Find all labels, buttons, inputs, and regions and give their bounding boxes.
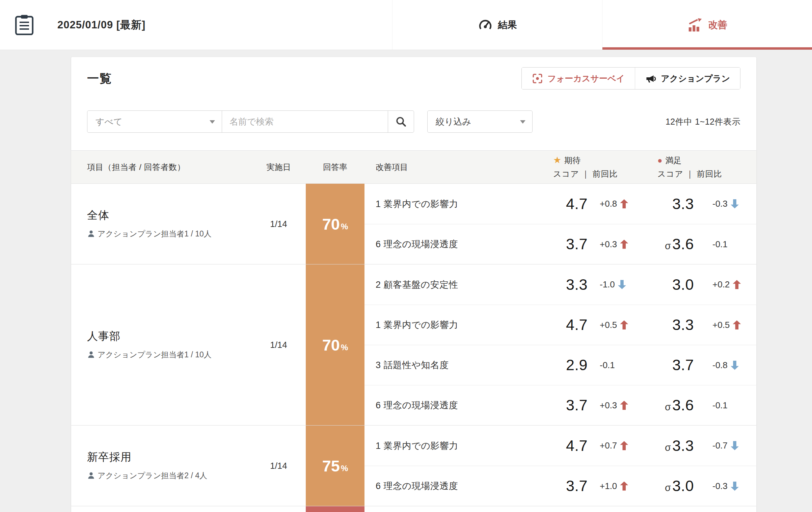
trend-arrow-icon xyxy=(620,482,628,491)
survey-name: 新卒採用 xyxy=(87,450,214,465)
expect-score: 4.7 xyxy=(527,316,593,334)
improvement-item-label: 6 理念の現場浸透度 xyxy=(364,399,527,411)
survey-item-cell[interactable]: 人事部 アクションプラン担当者1 / 10人 xyxy=(71,264,251,425)
column-improvement: 改善項目 xyxy=(364,162,527,173)
satisfy-diff: -0.1 xyxy=(699,400,756,411)
person-icon xyxy=(87,230,95,238)
expect-score: 3.7 xyxy=(527,396,593,414)
trend-arrow-icon xyxy=(733,321,741,330)
expect-score: 3.7 xyxy=(527,477,593,495)
response-rate-cell: 70% xyxy=(306,264,364,425)
caret-down-icon xyxy=(520,120,525,124)
survey-owner-label: アクションプラン担当者1 / 10人 xyxy=(98,350,212,359)
survey-owner: アクションプラン担当者2 / 4人 xyxy=(87,470,214,481)
person-icon xyxy=(87,471,95,480)
focus-icon xyxy=(532,73,543,84)
dot-icon: ● xyxy=(657,156,662,164)
sigma-flag: σ xyxy=(665,240,671,252)
expect-score: 3.3 xyxy=(527,276,593,293)
tab-improvement-label: 改善 xyxy=(708,19,727,31)
tab-improvement[interactable]: 改善 xyxy=(602,0,812,50)
satisfy-diff: -0.3 xyxy=(699,481,756,491)
person-icon xyxy=(87,351,95,359)
expect-diff: +0.3 xyxy=(593,400,642,411)
improvement-item-label: 1 業界内での影響力 xyxy=(364,198,527,210)
satisfy-score: 3.0 xyxy=(642,276,699,293)
category-select[interactable]: すべて xyxy=(87,110,222,133)
sigma-flag: σ xyxy=(665,402,671,413)
satisfy-sub-label: スコア ｜ 前回比 xyxy=(657,169,756,179)
column-rate: 回答率 xyxy=(306,162,364,173)
survey-item-cell[interactable]: 全体 アクションプラン担当者1 / 10人 xyxy=(71,184,251,264)
survey-row-group-partial xyxy=(71,506,756,512)
survey-date-label: 2025/01/09 [最新] xyxy=(57,18,145,32)
trend-arrow-icon xyxy=(731,361,739,370)
gauge-icon xyxy=(478,18,493,32)
satisfy-score: 3.3 xyxy=(642,195,699,213)
app-logo xyxy=(15,15,34,35)
trend-arrow-icon xyxy=(618,280,626,289)
improvement-row[interactable]: 6 理念の現場浸透度 3.7 +0.3 σ3.6 -0.1 xyxy=(364,385,756,425)
survey-row-group: 人事部 アクションプラン担当者1 / 10人 1/14 70% 2 顧客基盤の安… xyxy=(71,264,756,425)
narrow-select-value: 絞り込み xyxy=(436,116,471,128)
survey-name: 全体 xyxy=(87,208,214,223)
top-header: 2025/01/09 [最新] 結果 改善 xyxy=(0,0,812,50)
response-rate-cell: 75% xyxy=(306,426,364,506)
focus-survey-button[interactable]: フォーカスサーベイ xyxy=(522,68,635,89)
survey-owner-label: アクションプラン担当者2 / 4人 xyxy=(98,471,207,480)
trend-arrow-icon xyxy=(731,441,739,450)
expect-score: 4.7 xyxy=(527,195,593,213)
improvement-row[interactable]: 3 話題性や知名度 2.9 -0.1 3.7 -0.8 xyxy=(364,345,756,385)
survey-owner: アクションプラン担当者1 / 10人 xyxy=(87,228,214,239)
satisfy-score: σ3.3 xyxy=(642,437,699,455)
expect-diff: +0.8 xyxy=(593,199,642,209)
expect-score: 4.7 xyxy=(527,437,593,455)
expect-diff: -1.0 xyxy=(593,279,642,290)
improvement-row[interactable]: 1 業界内での影響力 4.7 +0.8 3.3 -0.3 xyxy=(364,184,756,224)
improvement-row[interactable]: 1 業界内での影響力 4.7 +0.7 σ3.3 -0.7 xyxy=(364,426,756,466)
expect-diff: +0.3 xyxy=(593,239,642,250)
response-rate-value: 70 xyxy=(322,215,340,233)
improvement-item-label: 2 顧客基盤の安定性 xyxy=(364,279,527,291)
sigma-flag: σ xyxy=(665,482,671,493)
improvement-item-label: 1 業界内での影響力 xyxy=(364,440,527,452)
search-button[interactable] xyxy=(388,110,414,133)
survey-owner: アクションプラン担当者1 / 10人 xyxy=(87,349,214,360)
survey-row-group: 全体 アクションプラン担当者1 / 10人 1/14 70% 1 業界内での影響… xyxy=(71,184,756,264)
improvement-row[interactable]: 2 顧客基盤の安定性 3.3 -1.0 3.0 +0.2 xyxy=(364,264,756,305)
survey-item-cell[interactable]: 新卒採用 アクションプラン担当者2 / 4人 xyxy=(71,426,251,506)
megaphone-icon xyxy=(645,73,656,84)
improvement-item-label: 6 理念の現場浸透度 xyxy=(364,480,527,492)
filter-row: すべて 絞り込み 12件中 1~12件表示 xyxy=(71,110,756,133)
table-header: 項目（担当者 / 回答者数） 実施日 回答率 改善項目 ★ 期待 スコア ｜ 前… xyxy=(71,150,756,184)
improvement-rows: 2 顧客基盤の安定性 3.3 -1.0 3.0 +0.2 1 業界内での影響力 … xyxy=(364,264,756,425)
tab-results[interactable]: 結果 xyxy=(392,0,602,50)
satisfy-diff: -0.3 xyxy=(699,199,756,209)
improvement-row[interactable]: 1 業界内での影響力 4.7 +0.5 3.3 +0.5 xyxy=(364,305,756,345)
satisfy-diff: +0.2 xyxy=(699,279,756,290)
trend-arrow-icon xyxy=(731,199,739,208)
survey-row-group: 新卒採用 アクションプラン担当者2 / 4人 1/14 75% 1 業界内での影… xyxy=(71,425,756,506)
improvement-row[interactable]: 6 理念の現場浸透度 3.7 +1.0 σ3.0 -0.3 xyxy=(364,466,756,506)
tab-results-label: 結果 xyxy=(498,19,517,31)
column-item: 項目（担当者 / 回答者数） xyxy=(71,162,251,173)
improvement-rows: 1 業界内での影響力 4.7 +0.8 3.3 -0.3 6 理念の現場浸透度 … xyxy=(364,184,756,264)
expect-diff: +0.7 xyxy=(593,440,642,451)
column-expect: ★ 期待 スコア ｜ 前回比 xyxy=(527,155,642,179)
search-input[interactable] xyxy=(222,110,388,133)
survey-owner-label: アクションプラン担当者1 / 10人 xyxy=(98,229,212,238)
action-plan-label: アクションプラン xyxy=(661,73,730,84)
action-plan-button[interactable]: アクションプラン xyxy=(635,68,740,89)
column-date: 実施日 xyxy=(251,162,306,173)
survey-date: 1/14 xyxy=(251,184,306,264)
trend-arrow-icon xyxy=(620,441,628,450)
trend-arrow-icon xyxy=(733,280,741,289)
satisfy-diff: -0.7 xyxy=(699,440,756,451)
improvement-item-label: 3 話題性や知名度 xyxy=(364,359,527,371)
expect-diff: +1.0 xyxy=(593,481,642,491)
survey-item-cell xyxy=(71,506,251,512)
result-count: 12件中 1~12件表示 xyxy=(666,116,740,127)
satisfy-score: σ3.6 xyxy=(642,235,699,253)
narrow-select[interactable]: 絞り込み xyxy=(427,110,533,133)
improvement-row[interactable]: 6 理念の現場浸透度 3.7 +0.3 σ3.6 -0.1 xyxy=(364,224,756,264)
